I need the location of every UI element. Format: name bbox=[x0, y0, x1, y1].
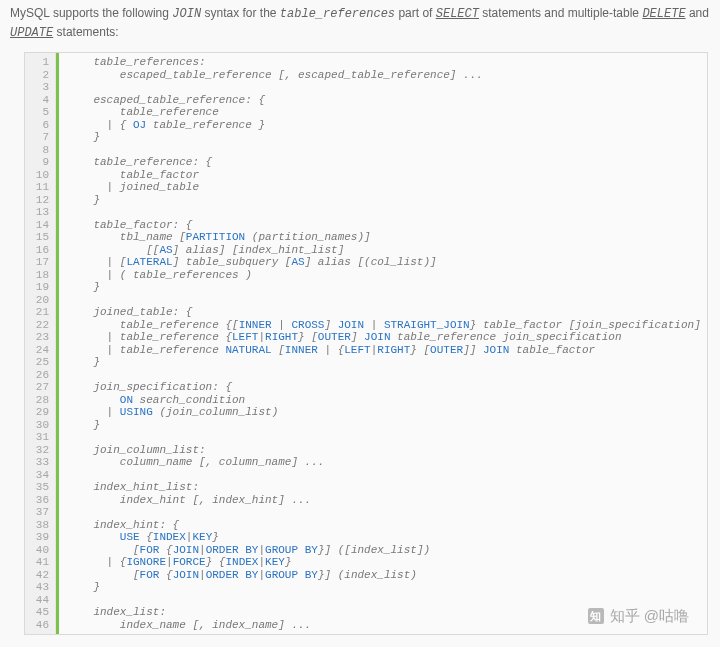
intro-text: MySQL supports the following JOIN syntax… bbox=[0, 0, 720, 48]
line-number-gutter: 1234567891011121314151617181920212223242… bbox=[25, 53, 56, 634]
code-content: table_references: escaped_table_referenc… bbox=[59, 53, 707, 634]
code-block: 1234567891011121314151617181920212223242… bbox=[24, 52, 708, 635]
